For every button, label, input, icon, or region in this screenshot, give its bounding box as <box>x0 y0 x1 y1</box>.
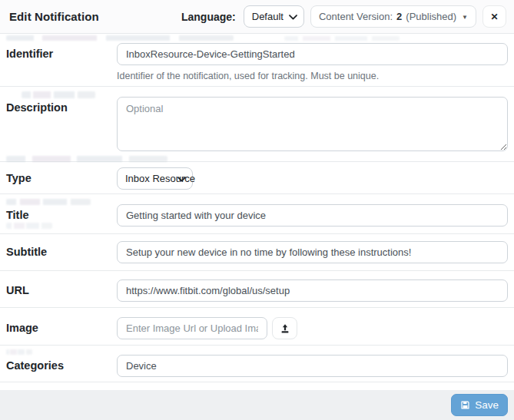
form-row-identifier: Identifier Identifier of the notificatio… <box>0 34 514 87</box>
language-selected-value: Default <box>252 11 284 22</box>
upload-image-button[interactable] <box>272 317 297 339</box>
modal-footer: Save <box>0 390 514 420</box>
language-select[interactable]: Default <box>244 5 304 28</box>
header-controls: Language: Default Content Version: 2 (Pu… <box>181 5 506 28</box>
content-version-prefix: Content Version: <box>319 11 393 22</box>
chevron-down-icon <box>289 15 297 20</box>
categories-label: Categories <box>6 355 117 377</box>
close-button[interactable]: ✕ <box>482 5 506 28</box>
save-floppy-icon <box>460 400 470 410</box>
modal-header: Edit Notification Language: Default Cont… <box>0 0 514 34</box>
form-row-url: URL <box>0 271 514 308</box>
close-icon: ✕ <box>490 12 498 22</box>
chevron-down-icon <box>177 177 186 182</box>
page-title: Edit Notification <box>9 10 99 23</box>
type-label: Type <box>6 167 117 190</box>
type-select[interactable]: Inbox Resource <box>117 167 193 190</box>
categories-input[interactable] <box>117 355 508 377</box>
content-version-status: (Published) <box>406 11 456 22</box>
title-label: Title <box>6 204 117 227</box>
url-label: URL <box>6 279 117 302</box>
identifier-input[interactable] <box>117 43 508 65</box>
modal-body: Identifier Identifier of the notificatio… <box>0 34 514 390</box>
content-version-number: 2 <box>396 11 402 22</box>
identifier-help-text: Identifier of the notification, used for… <box>117 71 508 81</box>
image-url-input[interactable] <box>117 317 267 339</box>
upload-icon <box>280 323 290 334</box>
description-textarea[interactable] <box>117 97 508 151</box>
identifier-label: Identifier <box>6 43 117 65</box>
save-button[interactable]: Save <box>451 394 508 416</box>
form-row-image: Image <box>0 308 514 346</box>
save-button-label: Save <box>475 399 499 411</box>
url-input[interactable] <box>117 279 508 302</box>
form-row-type: Type Inbox Resource <box>0 162 514 194</box>
content-version-dropdown[interactable]: Content Version: 2 (Published) ▼ <box>310 5 476 28</box>
form-row-subtitle: Subtitle <box>0 234 514 271</box>
description-label: Description <box>6 97 117 119</box>
subtitle-input[interactable] <box>117 241 508 263</box>
image-label: Image <box>6 317 117 339</box>
form-row-description: Description <box>0 87 514 162</box>
form-row-categories: Categories <box>0 346 514 382</box>
form-row-title: Title <box>0 194 514 234</box>
subtitle-label: Subtitle <box>6 241 117 263</box>
edit-notification-modal: Edit Notification Language: Default Cont… <box>0 0 514 420</box>
language-label: Language: <box>181 11 236 23</box>
caret-down-icon: ▼ <box>462 14 468 21</box>
title-input[interactable] <box>117 204 508 227</box>
